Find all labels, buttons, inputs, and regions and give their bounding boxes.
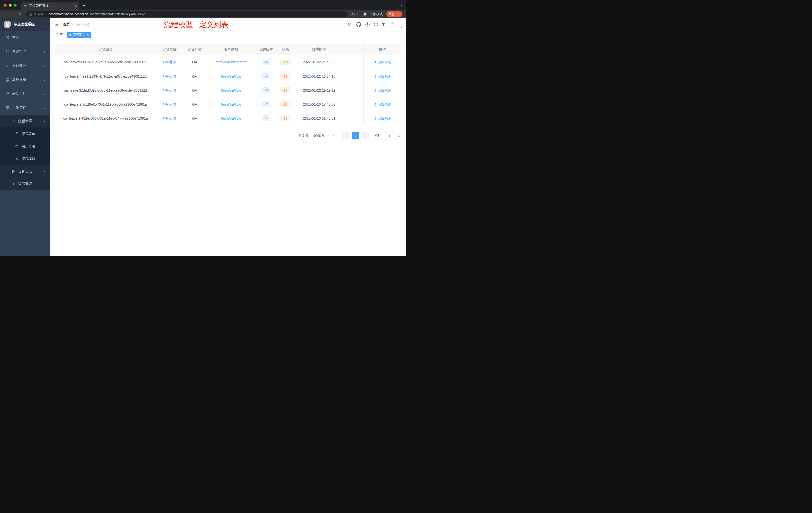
sidebar-label: 流程模型: [22, 157, 35, 161]
definition-name-link[interactable]: OA 请假: [163, 60, 176, 64]
search-icon[interactable]: [348, 22, 352, 27]
next-page-button[interactable]: ›: [361, 132, 369, 139]
browser-menu-icon[interactable]: ⋮: [397, 12, 400, 16]
bookmark-star-icon[interactable]: ☆: [355, 12, 359, 16]
tag-process-definition[interactable]: 流程定义 ×: [67, 32, 91, 38]
cell-definition-id: oa_leave:5:004b710b-7b8a-11ec-8ef0-acde4…: [55, 55, 156, 69]
logo-avatar: [3, 21, 11, 28]
browser-tab[interactable]: 芋道管理系统 ×: [21, 1, 79, 10]
column-header: 定义编号: [55, 44, 156, 55]
font-size-icon[interactable]: TT: [382, 22, 386, 27]
sidebar-item-home[interactable]: 首页: [0, 31, 50, 45]
sidebar-item-user-group[interactable]: 用户分组: [0, 140, 50, 153]
help-icon[interactable]: ?: [365, 22, 370, 27]
back-button[interactable]: ←: [2, 12, 9, 16]
user-avatar-dropdown[interactable]: ▼: [390, 20, 403, 29]
grid-icon: [5, 106, 9, 110]
sidebar-item-devtools[interactable]: 研发工具 ▾: [0, 87, 50, 101]
sidebar-logo[interactable]: 芋道管理系统: [0, 18, 50, 31]
sidebar-label: 系统管理: [12, 50, 26, 54]
breadcrumb-home[interactable]: 首页: [63, 22, 70, 27]
page-size-select[interactable]: 10条/页 ▾: [311, 132, 337, 139]
workflow-submenu: 流程管理 ▴ 流程表单 用户分组 流程模型 任务管理: [0, 115, 50, 190]
sidebar-item-payment[interactable]: ¥ 支付管理 ▾: [0, 59, 50, 73]
assign-rule-button[interactable]: 分配规则: [374, 60, 391, 64]
window-zoom-button[interactable]: [13, 3, 17, 6]
action-label: 分配规则: [378, 88, 391, 93]
tab-search-icon[interactable]: ▾: [401, 4, 402, 7]
page-number-button[interactable]: 1: [352, 132, 359, 139]
cell-deploy-time: 2022-01-22 20:34:10: [295, 69, 343, 83]
forward-button[interactable]: →: [9, 12, 16, 16]
definition-name-link[interactable]: OA 请假: [163, 88, 176, 93]
column-header: 表单信息: [206, 44, 256, 55]
assign-rule-button[interactable]: 分配规则: [374, 88, 391, 93]
chevron-down-icon: ▾: [44, 170, 45, 173]
window-close-button[interactable]: [3, 3, 6, 6]
person-icon: [11, 182, 16, 186]
tab-close-icon[interactable]: ×: [75, 4, 77, 7]
cell-spacer: [343, 97, 363, 111]
browser-update-button[interactable]: 更新 ⋮: [386, 11, 403, 17]
window-minimize-button[interactable]: [8, 3, 11, 6]
sidebar-label: 用户分组: [22, 144, 35, 149]
navbar-actions: ? TT ▼: [348, 20, 406, 29]
tag-home[interactable]: 首页: [54, 32, 65, 38]
chat-group-icon: [14, 145, 19, 148]
table-row: oa_leave:2:3c1f0ef1-76b1-11ec-9c66-a2380…: [55, 97, 401, 112]
sidebar-item-process-management[interactable]: 流程管理 ▴: [0, 115, 50, 127]
status-badge: 挂起: [281, 73, 291, 79]
cell-definition-id: oa_leave:1:482ec033-762a-11ec-8477-a2380…: [55, 112, 156, 125]
assign-rule-button[interactable]: 分配规则: [374, 116, 391, 121]
sidebar-item-process-model[interactable]: 流程模型: [0, 153, 50, 165]
status-badge: 挂起: [281, 101, 291, 108]
page-content: 定义编号 定义名称 定义分类 表单信息 流程版本 状态 部署时间 操作 oa_l…: [50, 39, 406, 256]
sidebar-item-task-management[interactable]: 任务管理 ▾: [0, 165, 50, 178]
column-header: 部署时间: [295, 44, 343, 55]
sidebar-item-leave-query[interactable]: 请假查询: [0, 178, 50, 190]
paper-plane-icon: [14, 157, 19, 161]
form-link[interactable]: /bpm/oa/leave/create: [215, 60, 248, 64]
form-link[interactable]: /bpm/oa/flow: [221, 74, 241, 78]
sidebar-item-system[interactable]: 系统管理 ▾: [0, 45, 50, 59]
form-link[interactable]: /bpm/oa/flow: [221, 102, 241, 107]
incognito-badge: 无痕模式: [362, 11, 383, 17]
reload-button[interactable]: ↻: [17, 12, 23, 16]
form-link[interactable]: /bpm/oa/flow: [221, 88, 241, 92]
cell-definition-id: oa_leave:3:1fad3d93-7b75-11ec-a3c8-acde4…: [55, 83, 156, 97]
goto-page-input[interactable]: [384, 132, 395, 139]
tags-view-bar: 首页 流程定义 ×: [50, 31, 406, 39]
app-title: 芋道管理系统: [13, 22, 35, 27]
sidebar-label: 工作流程: [12, 105, 26, 110]
table-row: oa_leave:4:991f2193-7b7f-11ec-a3c8-acde4…: [55, 69, 401, 83]
avatar: [390, 20, 400, 29]
security-warning-icon[interactable]: [29, 12, 32, 16]
monitor-icon: [5, 78, 9, 82]
assign-rule-button[interactable]: 分配规则: [374, 102, 391, 107]
sidebar-item-workflow[interactable]: 工作流程 ▴: [0, 101, 50, 115]
table-row: oa_leave:3:1fad3d93-7b75-11ec-a3c8-acde4…: [55, 83, 401, 97]
definition-name-link[interactable]: OA 请假: [163, 116, 176, 121]
definition-name-link[interactable]: OA 请假: [163, 102, 176, 107]
new-tab-button[interactable]: +: [82, 3, 85, 8]
sidebar-collapse-button[interactable]: [50, 22, 63, 27]
assign-rule-button[interactable]: 分配规则: [374, 74, 391, 79]
person-icon: [374, 89, 377, 92]
sidebar-label: 首页: [12, 35, 19, 40]
sidebar-label: 基础设施: [12, 78, 26, 82]
prev-page-button[interactable]: ‹: [343, 132, 349, 139]
person-icon: [374, 74, 377, 78]
address-bar[interactable]: 不安全 | dashboard.yudao.iocoder.cn/bpm/man…: [26, 11, 348, 17]
cell-deploy-time: 2022-01-16 01:40:51: [295, 112, 343, 125]
github-icon[interactable]: [356, 22, 361, 27]
window-controls: [0, 0, 21, 10]
sidebar-item-infrastructure[interactable]: 基础设施 ▾: [0, 73, 50, 87]
cell-spacer: [343, 83, 363, 97]
fullscreen-icon[interactable]: [374, 22, 378, 27]
sidebar-item-process-form[interactable]: 流程表单: [0, 127, 50, 140]
tag-close-icon[interactable]: ×: [87, 33, 89, 36]
password-key-icon[interactable]: [351, 12, 355, 16]
definition-name-link[interactable]: OA 请假: [163, 74, 176, 79]
tab-title: 芋道管理系统: [29, 3, 73, 8]
form-link[interactable]: /bpm/oa/flow: [221, 117, 241, 120]
